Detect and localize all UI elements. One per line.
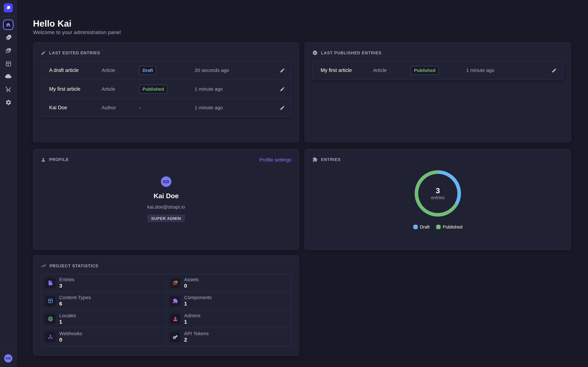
- entries-header: ENTRIES: [312, 157, 563, 163]
- last-published-title: LAST PUBLISHED ENTRIES: [321, 50, 381, 55]
- stat-locales: Locales 1: [41, 310, 166, 328]
- check-circle-icon: [312, 50, 318, 55]
- file-icon: [47, 280, 53, 286]
- legend-swatch-draft: [413, 225, 418, 229]
- last-edited-header: LAST EDITED ENTRIES: [41, 50, 291, 56]
- stat-value: 0: [59, 337, 82, 343]
- donut-total: 3: [436, 186, 440, 195]
- stat-label: API Tokens: [184, 331, 208, 337]
- table-row: A draft article Article Draft 20 seconds…: [41, 61, 291, 80]
- entry-name: A draft article: [49, 67, 102, 73]
- sidebar-item-marketplace[interactable]: [3, 84, 13, 94]
- profile-panel: PROFILE Profile settings KD Kai Doe kai.…: [33, 149, 299, 250]
- pencil-icon: [280, 67, 285, 73]
- home-icon: [6, 22, 11, 27]
- entry-time: 20 seconds ago: [195, 67, 267, 73]
- edit-entry-button[interactable]: [280, 105, 285, 110]
- puzzle-icon: [172, 298, 178, 304]
- strapi-logo[interactable]: [4, 3, 13, 12]
- status-badge: Draft: [139, 66, 156, 75]
- status-empty: -: [139, 105, 195, 110]
- profile-settings-link[interactable]: Profile settings: [259, 157, 291, 162]
- donut-center: 3 entries: [414, 170, 462, 217]
- legend-label: Draft: [420, 224, 430, 230]
- last-published-table: My first article Article Published 1 min…: [312, 61, 563, 80]
- sidebar-item-media-library[interactable]: [3, 45, 13, 56]
- puzzle-icon: [312, 157, 318, 162]
- stat-entries: Entries 3: [41, 274, 166, 292]
- pencil-icon: [280, 86, 285, 92]
- strapi-admin-dashboard: KD Hello Kai Welcome to your administrat…: [0, 0, 588, 367]
- donut-total-label: entries: [431, 195, 445, 201]
- legend-item-published: Published: [436, 224, 462, 230]
- stat-value: 0: [184, 283, 199, 289]
- last-edited-entries-panel: LAST EDITED ENTRIES A draft article Arti…: [33, 42, 299, 142]
- entry-type: Author: [102, 105, 139, 110]
- stat-components: Components 1: [166, 292, 291, 310]
- sidebar: KD: [0, 0, 17, 367]
- stat-label: Components: [184, 295, 212, 301]
- pencil-icon: [41, 50, 46, 55]
- stat-label: Webhooks: [59, 331, 82, 337]
- webhook-icon: [47, 334, 53, 340]
- legend-item-draft: Draft: [413, 224, 430, 230]
- page-title: Hello Kai: [33, 18, 71, 29]
- feather-icon: [5, 34, 11, 41]
- stat-label: Locales: [59, 313, 76, 319]
- profile-email: kai.doe@strapi.io: [147, 204, 185, 210]
- edit-entry-button[interactable]: [280, 67, 285, 73]
- layout-icon: [5, 60, 11, 67]
- stat-value: 3: [59, 283, 75, 289]
- entry-time: 1 minute ago: [195, 105, 267, 110]
- entry-name: Kai Doe: [49, 105, 102, 110]
- sidebar-item-settings[interactable]: [3, 97, 13, 108]
- stat-label: Entries: [59, 277, 75, 283]
- profile-name: Kai Doe: [154, 192, 179, 200]
- stat-admins: Admins 1: [166, 310, 291, 328]
- entry-type: Article: [102, 67, 139, 73]
- sidebar-item-deploy[interactable]: [3, 71, 13, 82]
- status-badge: Published: [411, 66, 439, 75]
- avatar: KD: [161, 176, 171, 187]
- gear-icon: [5, 99, 11, 105]
- stat-content-types: Content-Types 6: [41, 292, 166, 310]
- page-subtitle: Welcome to your administration panel: [33, 29, 121, 35]
- stat-webhooks: Webhooks 0: [41, 328, 166, 346]
- user-icon: [172, 316, 178, 322]
- entries-chart: 3 entries Draft Published: [312, 162, 563, 230]
- profile-header: PROFILE: [41, 157, 69, 163]
- sidebar-item-content-type-builder[interactable]: [3, 58, 13, 69]
- role-badge: SUPER ADMIN: [147, 215, 185, 222]
- strapi-logo-icon: [5, 5, 11, 11]
- pictures-icon: [5, 47, 11, 54]
- edit-entry-button[interactable]: [280, 86, 285, 92]
- table-row: My first article Article Published 1 min…: [41, 80, 291, 99]
- sidebar-divider-top: [0, 16, 17, 17]
- last-edited-table: A draft article Article Draft 20 seconds…: [41, 61, 291, 117]
- cloud-icon: [5, 73, 12, 80]
- pencil-icon: [280, 105, 285, 110]
- legend-swatch-published: [436, 225, 441, 229]
- last-published-header: LAST PUBLISHED ENTRIES: [312, 50, 563, 56]
- layout-icon: [47, 298, 53, 304]
- chart-legend: Draft Published: [413, 224, 462, 230]
- stat-label: Assets: [184, 277, 199, 283]
- entry-type: Article: [373, 67, 411, 73]
- image-icon: [172, 280, 178, 286]
- sidebar-user-avatar[interactable]: KD: [4, 354, 12, 363]
- person-icon: [41, 157, 46, 162]
- entries-panel: ENTRIES 3 entries Draft: [304, 149, 571, 250]
- profile-body: KD Kai Doe kai.doe@strapi.io SUPER ADMIN: [41, 162, 291, 222]
- table-row: My first article Article Published 1 min…: [313, 61, 563, 79]
- table-row: Kai Doe Author - 1 minute ago: [41, 99, 291, 117]
- stat-value: 2: [184, 337, 208, 343]
- entry-type: Article: [102, 86, 139, 92]
- stat-label: Admins: [184, 313, 200, 319]
- project-statistics-panel: PROJECT STATISTICS Entries 3: [33, 255, 299, 356]
- profile-title: PROFILE: [49, 157, 69, 162]
- sidebar-item-home[interactable]: [3, 19, 13, 30]
- edit-entry-button[interactable]: [552, 67, 557, 73]
- stat-value: 6: [59, 301, 91, 307]
- sidebar-item-content-manager[interactable]: [3, 32, 13, 42]
- last-edited-title: LAST EDITED ENTRIES: [49, 50, 100, 55]
